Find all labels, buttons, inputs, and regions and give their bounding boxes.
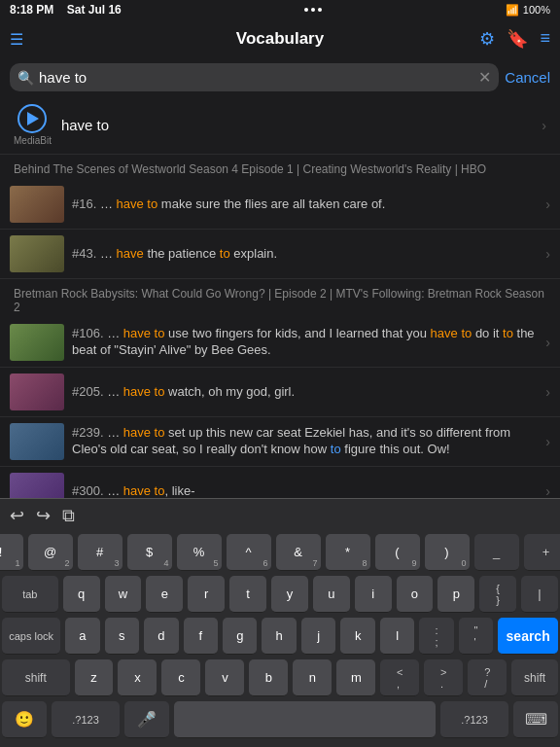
table-row[interactable]: #205. … have to watch, oh my god, girl. …	[0, 368, 560, 417]
key-x[interactable]: x	[118, 659, 157, 696]
right-shift-key[interactable]: shift	[511, 659, 558, 696]
key-y[interactable]: y	[271, 576, 308, 613]
key-slash[interactable]: ?/	[468, 659, 507, 696]
key-row-asdf: caps lock a s d f g h j k l :; "' search	[2, 618, 558, 655]
cancel-button[interactable]: Cancel	[505, 69, 550, 86]
search-bar: 🔍 ✕ Cancel	[0, 58, 560, 96]
key-g[interactable]: g	[223, 618, 257, 655]
table-row[interactable]: #239. … have to set up this new car seat…	[0, 417, 560, 467]
header: ☰ Vocabulary ⚙ 🔖 ≡	[0, 19, 560, 58]
key-gt[interactable]: >.	[424, 659, 463, 696]
key-4[interactable]: $4	[127, 534, 172, 571]
caps-lock-key[interactable]: caps lock	[2, 618, 60, 655]
key-z[interactable]: z	[75, 659, 114, 696]
key-f[interactable]: f	[184, 618, 218, 655]
page-title: Vocabulary	[236, 29, 324, 49]
status-day: Sat Jul 16	[67, 3, 122, 17]
numeric-right-key[interactable]: .?123	[440, 701, 508, 738]
key-1[interactable]: !1	[0, 534, 23, 571]
key-c[interactable]: c	[161, 659, 200, 696]
search-key[interactable]: search	[498, 618, 558, 655]
key-j[interactable]: j	[301, 618, 335, 655]
tab-key[interactable]: tab	[2, 576, 58, 613]
key-k[interactable]: k	[340, 618, 374, 655]
key-quote[interactable]: "'	[459, 618, 493, 655]
status-right: 📶 100%	[506, 4, 550, 17]
key-b[interactable]: b	[249, 659, 288, 696]
settings-icon[interactable]: ⚙	[479, 28, 495, 50]
left-shift-key[interactable]: shift	[2, 659, 70, 696]
thumbnail	[10, 235, 64, 272]
table-row[interactable]: #16. … have to make sure the flies are a…	[0, 180, 560, 230]
key-e[interactable]: e	[146, 576, 183, 613]
numeric-left-key[interactable]: .?123	[52, 701, 120, 738]
keyboard-toolbar: ↩ ↪ ⧉	[0, 498, 560, 532]
list-icon[interactable]: ≡	[540, 28, 550, 50]
key-i[interactable]: i	[355, 576, 392, 613]
result-text: #106. … have to use two fingers for kids…	[72, 326, 538, 359]
key-semicolon[interactable]: :;	[419, 618, 453, 655]
key-d[interactable]: d	[144, 618, 178, 655]
paste-button[interactable]: ⧉	[62, 506, 75, 526]
status-center-dots	[304, 8, 322, 12]
key-row-numbers: - !1 @2 #3 $4 %5 ^6 &7 *8 (9 )0 _ + dele…	[2, 534, 558, 571]
table-row[interactable]: #43. … have the patience to explain. ›	[0, 230, 560, 279]
result-text: #16. … have to make sure the flies are a…	[72, 196, 538, 213]
key-lt[interactable]: <,	[380, 659, 419, 696]
emoji-key[interactable]: 🙂	[2, 701, 47, 738]
key-7[interactable]: &7	[276, 534, 321, 571]
space-key[interactable]	[174, 701, 436, 738]
section-header-1: Behind The Scenes of Westworld Season 4 …	[0, 155, 560, 180]
key-pipe[interactable]: |	[521, 576, 558, 613]
key-p[interactable]: p	[438, 576, 474, 613]
search-input[interactable]	[39, 69, 473, 86]
undo-button[interactable]: ↩	[10, 505, 24, 526]
row-chevron: ›	[545, 483, 550, 499]
keyboard-icon-key[interactable]: ⌨	[513, 701, 558, 738]
key-0[interactable]: )0	[425, 534, 470, 571]
key-a[interactable]: a	[65, 618, 99, 655]
key-q[interactable]: q	[63, 576, 100, 613]
row-chevron: ›	[545, 196, 550, 212]
thumbnail	[10, 423, 64, 460]
mediabit-row[interactable]: MediaBit have to ›	[0, 96, 560, 155]
key-h[interactable]: h	[262, 618, 296, 655]
key-3[interactable]: #3	[78, 534, 122, 571]
key-t[interactable]: t	[229, 576, 266, 613]
key-2[interactable]: @2	[28, 534, 73, 571]
play-button[interactable]	[18, 104, 47, 133]
key-lbrace[interactable]: {}	[479, 576, 516, 613]
key-u[interactable]: u	[313, 576, 350, 613]
key-r[interactable]: r	[188, 576, 225, 613]
key-underscore[interactable]: _	[474, 534, 519, 571]
key-5[interactable]: %5	[177, 534, 222, 571]
bookmark-icon[interactable]: 🔖	[507, 28, 528, 50]
key-plus[interactable]: +	[524, 534, 561, 571]
status-time: 8:18 PM	[10, 3, 53, 17]
key-s[interactable]: s	[105, 618, 139, 655]
result-text: #239. … have to set up this new car seat…	[72, 425, 538, 458]
key-8[interactable]: *8	[326, 534, 370, 571]
header-icons: ⚙ 🔖 ≡	[479, 28, 550, 50]
key-n[interactable]: n	[293, 659, 332, 696]
thumbnail	[10, 324, 64, 361]
menu-button[interactable]: ☰	[10, 30, 23, 49]
key-row-bottom: 🙂 .?123 🎤 .?123 ⌨	[2, 701, 558, 738]
mic-key[interactable]: 🎤	[124, 701, 169, 738]
key-l[interactable]: l	[380, 618, 414, 655]
search-clear-button[interactable]: ✕	[478, 68, 491, 87]
table-row[interactable]: #106. … have to use two fingers for kids…	[0, 318, 560, 368]
result-text: #300. … have to, like-	[72, 483, 538, 500]
key-v[interactable]: v	[205, 659, 244, 696]
key-6[interactable]: ^6	[227, 534, 271, 571]
keyboard: - !1 @2 #3 $4 %5 ^6 &7 *8 (9 )0 _ + dele…	[0, 532, 560, 747]
redo-button[interactable]: ↪	[36, 505, 51, 526]
key-m[interactable]: m	[336, 659, 375, 696]
key-9[interactable]: (9	[375, 534, 420, 571]
result-text: #205. … have to watch, oh my god, girl.	[72, 384, 538, 401]
key-o[interactable]: o	[397, 576, 434, 613]
mediabit-chevron: ›	[542, 118, 546, 133]
key-w[interactable]: w	[105, 576, 142, 613]
section-header-2: Bretman Rock Babysits: What Could Go Wro…	[0, 279, 560, 318]
mediabit-label: MediaBit	[14, 135, 52, 146]
